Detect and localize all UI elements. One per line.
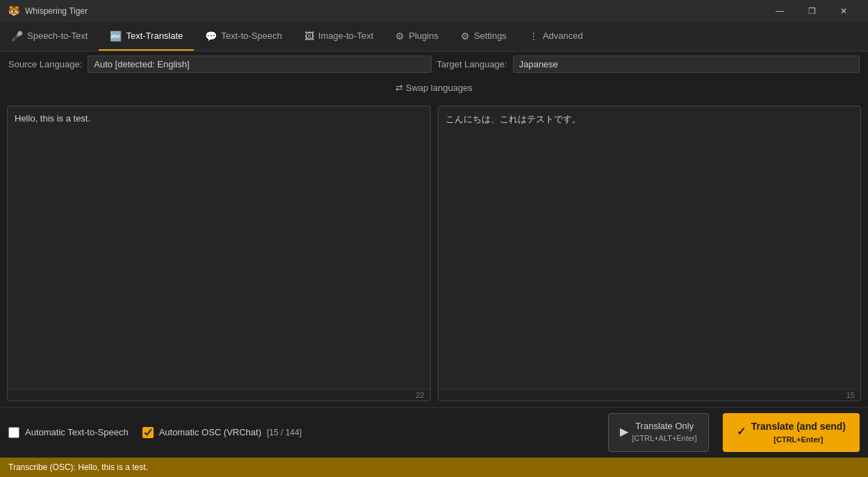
translation-area: Hello, this is a test. 22 こんにちは、これはテストです…	[0, 100, 868, 407]
app-title: Whispering Tiger	[25, 6, 764, 16]
translate-only-shortcut: [CTRL+ALT+Enter]	[632, 434, 697, 442]
nav-image-to-text[interactable]: 🖼 Image-to-Text	[293, 22, 384, 51]
window-controls: — ❐ ✕	[764, 0, 860, 22]
translate-send-shortcut: [CTRL+Enter]	[773, 435, 823, 444]
swap-languages-button[interactable]: ⇄ Swap languages	[387, 80, 481, 96]
output-text-display: こんにちは、これはテストです。	[439, 106, 861, 389]
source-text-input[interactable]: Hello, this is a test.	[8, 106, 430, 389]
close-button[interactable]: ✕	[828, 0, 860, 22]
nav-settings-label: Settings	[474, 31, 507, 41]
target-language-label: Target Language:	[437, 59, 507, 69]
auto-osc-checkbox-item[interactable]: Automatic OSC (VRChat) [15 / 144]	[142, 427, 302, 438]
translate-send-check-icon: ✓	[737, 425, 746, 440]
nav-plugins[interactable]: ⚙ Plugins	[384, 22, 450, 51]
nav-text-translate-label: Text-Translate	[126, 31, 183, 41]
translate-send-button[interactable]: ✓ Translate (and send) [CTRL+Enter]	[723, 413, 860, 452]
auto-tts-label: Automatic Text-to-Speech	[25, 427, 129, 437]
app-icon: 🐯	[8, 6, 19, 17]
source-language-label: Source Language:	[8, 59, 82, 69]
language-row: Source Language: Target Language:	[0, 51, 868, 77]
auto-osc-checkbox[interactable]	[142, 427, 154, 438]
translate-send-button-label: Translate (and send) [CTRL+Enter]	[751, 420, 846, 445]
auto-tts-checkbox[interactable]	[8, 427, 19, 438]
osc-count: [15 / 144]	[267, 428, 302, 437]
output-text-panel: こんにちは、これはテストです。 15	[438, 106, 862, 401]
source-char-count: 22	[8, 389, 430, 401]
auto-tts-checkbox-item[interactable]: Automatic Text-to-Speech	[8, 427, 129, 438]
translate-only-button[interactable]: ▶ Translate Only [CTRL+ALT+Enter]	[608, 413, 709, 452]
minimize-button[interactable]: —	[764, 0, 796, 22]
nav-text-translate[interactable]: 🔤 Text-Translate	[99, 22, 194, 51]
nav-text-to-speech[interactable]: 💬 Text-to-Speech	[194, 22, 293, 51]
options-bar: Automatic Text-to-Speech Automatic OSC (…	[0, 407, 868, 458]
speech-to-text-icon: 🎤	[11, 31, 23, 42]
source-text-panel: Hello, this is a test. 22	[7, 106, 431, 401]
status-bar: Transcribe (OSC): Hello, this is a test.	[0, 458, 868, 477]
plugins-icon: ⚙	[395, 31, 404, 42]
nav-speech-to-text[interactable]: 🎤 Speech-to-Text	[0, 22, 99, 51]
nav-settings[interactable]: ⚙ Settings	[450, 22, 518, 51]
nav-text-to-speech-label: Text-to-Speech	[221, 31, 281, 41]
nav-advanced-label: Advanced	[543, 31, 583, 41]
nav-image-to-text-label: Image-to-Text	[318, 31, 373, 41]
source-language-wrap: Source Language:	[8, 56, 432, 73]
advanced-icon: ⋮	[529, 31, 539, 42]
settings-icon: ⚙	[461, 31, 470, 42]
image-to-text-icon: 🖼	[304, 31, 314, 42]
title-bar: 🐯 Whispering Tiger — ❐ ✕	[0, 0, 868, 22]
source-language-input[interactable]	[88, 56, 431, 73]
nav-bar: 🎤 Speech-to-Text 🔤 Text-Translate 💬 Text…	[0, 22, 868, 51]
nav-speech-to-text-label: Speech-to-Text	[27, 31, 88, 41]
target-language-input[interactable]	[513, 56, 860, 73]
target-language-wrap: Target Language:	[437, 56, 860, 73]
text-to-speech-icon: 💬	[205, 31, 217, 42]
output-char-count: 15	[439, 389, 861, 401]
text-translate-icon: 🔤	[110, 31, 122, 42]
translate-only-button-label: Translate Only [CTRL+ALT+Enter]	[632, 421, 697, 444]
swap-row: ⇄ Swap languages	[0, 77, 868, 100]
translate-send-main-label: Translate (and send)	[751, 421, 846, 432]
translate-only-main-label: Translate Only	[635, 421, 694, 431]
translate-only-arrow-icon: ▶	[620, 425, 628, 440]
nav-plugins-label: Plugins	[409, 31, 439, 41]
nav-advanced[interactable]: ⋮ Advanced	[518, 22, 594, 51]
auto-osc-label: Automatic OSC (VRChat)	[159, 427, 261, 437]
status-text: Transcribe (OSC): Hello, this is a test.	[8, 462, 148, 472]
maximize-button[interactable]: ❐	[796, 0, 828, 22]
panel-divider	[431, 106, 438, 401]
